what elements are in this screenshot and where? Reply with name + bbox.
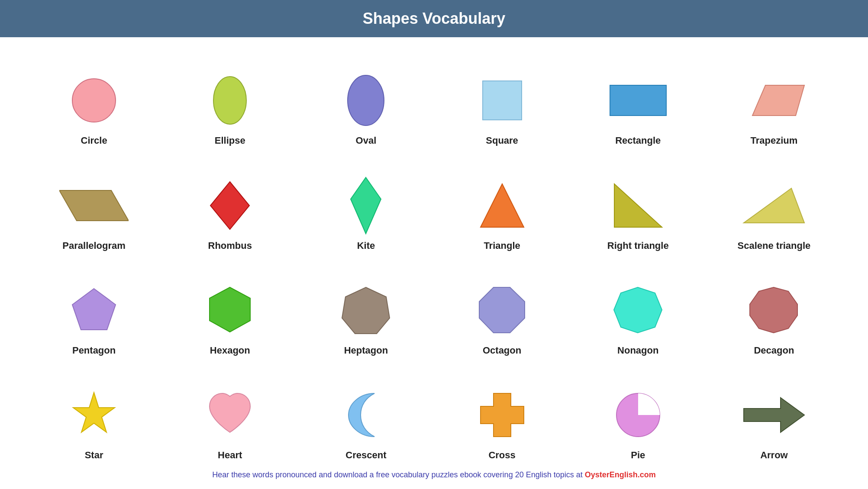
svg-point-1 <box>213 77 246 124</box>
shape-label-pentagon: Pentagon <box>72 345 116 356</box>
shape-visual-trapezium <box>739 70 809 131</box>
footer: Hear these words pronounced and download… <box>26 465 842 485</box>
svg-point-0 <box>72 79 116 122</box>
svg-marker-18 <box>73 392 115 432</box>
page-header: Shapes Vocabulary <box>0 0 868 37</box>
shape-visual-rectangle <box>608 70 668 131</box>
shape-visual-parallelogram <box>59 175 129 236</box>
svg-marker-21 <box>744 398 804 432</box>
shape-visual-ellipse <box>210 70 249 131</box>
shape-visual-square <box>478 70 526 131</box>
shape-item-oval: Oval <box>298 50 434 151</box>
shapes-grid: Circle Ellipse Oval <box>26 50 842 465</box>
shape-label-crescent: Crescent <box>345 450 386 461</box>
shape-item-nonagon: Nonagon <box>570 260 706 360</box>
shape-visual-circle <box>70 70 118 131</box>
shape-label-oval: Oval <box>356 135 377 146</box>
shape-item-arrow: Arrow <box>706 365 842 465</box>
shape-item-triangle: Triangle <box>434 155 570 255</box>
shape-visual-decagon <box>749 280 799 341</box>
shape-label-octagon: Octagon <box>483 345 521 356</box>
svg-marker-14 <box>342 287 390 334</box>
shape-item-pentagon: Pentagon <box>26 260 162 360</box>
shape-item-star: Star <box>26 365 162 465</box>
shape-visual-hexagon <box>206 280 254 341</box>
shape-label-nonagon: Nonagon <box>617 345 658 356</box>
shape-item-square: Square <box>434 50 570 151</box>
shape-label-cross: Cross <box>488 450 515 461</box>
shape-visual-heart <box>205 385 255 445</box>
shape-item-kite: Kite <box>298 155 434 255</box>
page-title: Shapes Vocabulary <box>363 10 505 27</box>
shape-visual-nonagon <box>613 280 663 341</box>
svg-marker-12 <box>72 289 116 330</box>
footer-text: Hear these words pronounced and download… <box>212 470 585 479</box>
page-container: Shapes Vocabulary Circle Ellip <box>0 0 868 489</box>
shape-visual-octagon <box>477 280 527 341</box>
shape-item-rectangle: Rectangle <box>570 50 706 151</box>
svg-rect-4 <box>610 85 666 116</box>
shape-item-circle: Circle <box>26 50 162 151</box>
svg-rect-3 <box>483 81 522 120</box>
shape-item-cross: Cross <box>434 365 570 465</box>
shape-item-right-triangle: Right triangle <box>570 155 706 255</box>
shape-item-trapezium: Trapezium <box>706 50 842 151</box>
shape-label-circle: Circle <box>81 135 107 146</box>
svg-marker-13 <box>210 287 250 332</box>
svg-marker-9 <box>481 184 524 227</box>
shape-label-heptagon: Heptagon <box>344 345 388 356</box>
shape-item-hexagon: Hexagon <box>162 260 298 360</box>
shape-label-hexagon: Hexagon <box>210 345 250 356</box>
shape-visual-rhombus <box>208 175 252 236</box>
shape-visual-pie <box>614 385 662 445</box>
svg-marker-10 <box>614 184 662 227</box>
shape-visual-kite <box>346 175 385 236</box>
shape-label-star: Star <box>85 450 103 461</box>
shape-item-decagon: Decagon <box>706 260 842 360</box>
shape-label-arrow: Arrow <box>760 450 788 461</box>
shape-label-scalene-triangle: Scalene triangle <box>738 240 811 251</box>
shape-visual-cross <box>478 385 526 445</box>
shape-label-kite: Kite <box>357 240 375 251</box>
shape-visual-crescent <box>344 385 387 445</box>
svg-marker-19 <box>481 393 524 437</box>
shape-label-rectangle: Rectangle <box>615 135 661 146</box>
shape-item-pie: Pie <box>570 365 706 465</box>
shape-item-crescent: Crescent <box>298 365 434 465</box>
shape-label-decagon: Decagon <box>754 345 794 356</box>
shape-visual-triangle <box>478 175 526 236</box>
shape-label-trapezium: Trapezium <box>751 135 798 146</box>
svg-marker-7 <box>210 182 249 229</box>
shape-item-octagon: Octagon <box>434 260 570 360</box>
svg-marker-11 <box>744 188 804 223</box>
shape-visual-heptagon <box>341 280 391 341</box>
svg-marker-5 <box>752 85 804 116</box>
shape-label-right-triangle: Right triangle <box>607 240 669 251</box>
shape-item-ellipse: Ellipse <box>162 50 298 151</box>
shape-item-heptagon: Heptagon <box>298 260 434 360</box>
shape-visual-right-triangle <box>612 175 664 236</box>
shape-visual-scalene-triangle <box>739 175 809 236</box>
svg-point-2 <box>348 75 384 125</box>
svg-marker-15 <box>479 287 525 333</box>
shape-item-parallelogram: Parallelogram <box>26 155 162 255</box>
shape-item-scalene-triangle: Scalene triangle <box>706 155 842 255</box>
shape-item-heart: Heart <box>162 365 298 465</box>
shape-label-square: Square <box>486 135 518 146</box>
shape-label-heart: Heart <box>218 450 242 461</box>
shape-label-ellipse: Ellipse <box>215 135 245 146</box>
main-content: Circle Ellipse Oval <box>0 37 868 489</box>
shape-label-triangle: Triangle <box>484 240 520 251</box>
shape-visual-star <box>69 385 119 445</box>
svg-marker-17 <box>750 287 797 333</box>
shape-label-parallelogram: Parallelogram <box>62 240 126 251</box>
shape-visual-oval <box>344 70 387 131</box>
shape-label-pie: Pie <box>631 450 645 461</box>
shape-item-rhombus: Rhombus <box>162 155 298 255</box>
svg-marker-16 <box>614 287 662 333</box>
footer-link[interactable]: OysterEnglish.com <box>585 470 656 479</box>
shape-visual-pentagon <box>70 280 118 341</box>
shape-label-rhombus: Rhombus <box>208 240 252 251</box>
svg-marker-8 <box>351 177 381 234</box>
shape-visual-arrow <box>742 385 807 445</box>
